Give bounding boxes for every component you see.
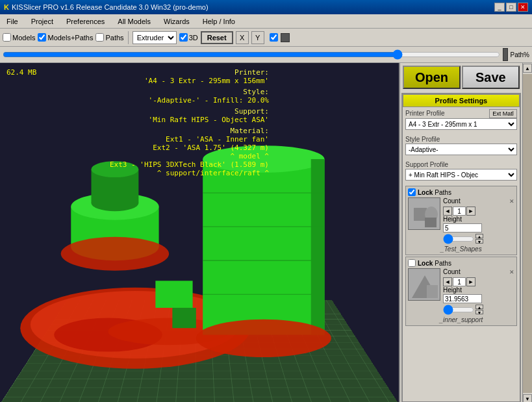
shape1-count-value: 1: [453, 207, 466, 216]
shape1-controls: Count ✕ ◄ 1 ► Height 5: [443, 197, 514, 244]
shape2-count-value: 1: [453, 277, 466, 286]
shape1-slider-down[interactable]: ▼: [475, 239, 483, 244]
svg-rect-23: [425, 218, 437, 227]
menu-preferences[interactable]: Preferences: [62, 16, 108, 27]
shape2-height-input[interactable]: 31.9563: [443, 294, 482, 303]
shape2-count-row: Count ✕: [443, 268, 514, 275]
maximize-button[interactable]: □: [506, 3, 516, 12]
scroll-down-button[interactable]: ▼: [523, 394, 532, 402]
profile-settings-header: Profile Settings: [403, 94, 520, 107]
models-paths-checkbox[interactable]: [38, 33, 46, 42]
app-title: KISSlicer PRO v1.6 Release Candidate 3.0…: [12, 3, 209, 11]
color-swatch: [281, 33, 290, 42]
svg-rect-20: [172, 308, 196, 328]
x-button[interactable]: X: [236, 31, 249, 44]
scroll-up-button[interactable]: ▲: [523, 64, 532, 73]
shape1-height-input[interactable]: 5: [443, 223, 482, 232]
checkbox-3d-label[interactable]: 3D: [179, 33, 198, 42]
save-button[interactable]: Save: [462, 66, 520, 89]
shape1-count-nav: ◄ 1 ►: [443, 207, 514, 216]
shape-card-2-content: Count ✕ ◄ 1 ► Height 31.9563: [408, 268, 514, 314]
y-button[interactable]: Y: [251, 31, 264, 44]
path-slider-row: Path%: [0, 47, 532, 63]
shape2-count-next[interactable]: ►: [466, 277, 475, 286]
open-button[interactable]: Open: [403, 66, 461, 89]
paths-checkbox-label[interactable]: Paths: [95, 33, 123, 42]
shape1-lock-checkbox[interactable]: [408, 188, 416, 196]
style-line2: '-Adaptive-' - Infill: 20.0%: [110, 96, 269, 105]
style-profile-section: Style Profile -Adaptive-: [403, 134, 520, 159]
close-button[interactable]: ✕: [518, 3, 528, 12]
separator-1: [128, 31, 129, 44]
reset-button[interactable]: Reset: [201, 31, 233, 44]
right-panel: Open Save Profile Settings Printer Profi…: [399, 63, 522, 402]
shape-card-1: Lock Paths Count ✕: [405, 186, 517, 255]
minimize-button[interactable]: _: [494, 3, 505, 12]
shape1-name: _Test_Shapes: [408, 245, 514, 253]
printer-line2: 'A4 - 3 Extr - 295mm x 156mm': [110, 77, 269, 85]
shape1-count-next[interactable]: ►: [466, 207, 475, 216]
shape2-controls: Count ✕ ◄ 1 ► Height 31.9563: [443, 268, 514, 314]
shape2-name: _inner_support: [408, 316, 514, 323]
shape1-slider-up[interactable]: ▲: [475, 234, 483, 238]
shape1-count-prev[interactable]: ◄: [443, 207, 452, 216]
checkbox-3d[interactable]: [179, 33, 188, 42]
top-buttons: Open Save: [400, 63, 522, 92]
shape-card-2-header: Lock Paths: [408, 259, 514, 267]
app-icon: K: [4, 3, 9, 11]
models-paths-checkbox-label[interactable]: Models+Paths: [38, 33, 93, 42]
support-profile-section: Support Profile + Min Raft HIPS - Objec: [403, 159, 520, 184]
shape1-close-x[interactable]: ✕: [509, 198, 514, 205]
shape2-lock-checkbox[interactable]: [408, 259, 416, 267]
extruder-select[interactable]: Extruder: [133, 31, 177, 44]
shape1-height-slider[interactable]: [443, 235, 474, 243]
shape2-close-x[interactable]: ✕: [509, 269, 514, 275]
material-line1: Material:: [110, 127, 269, 135]
svg-rect-25: [427, 285, 438, 298]
svg-point-18: [196, 320, 331, 357]
material-line6: ^ support/interface/raft ^: [110, 169, 269, 177]
toolbar: Models Models+Paths Paths Extruder 3D Re…: [0, 29, 532, 47]
memory-label: 62.4 MB: [6, 68, 36, 77]
material-line2: Ext1 - 'ASA - Inner fan': [110, 135, 269, 144]
shape2-slider-up[interactable]: ▲: [475, 305, 483, 309]
printer-profile-select[interactable]: A4 - 3 Extr - 295mm x 1: [405, 118, 517, 130]
support-line2: 'Min Raft HIPS - Object ASA': [110, 116, 269, 124]
right-scrollbar[interactable]: ▲ ▼: [522, 63, 532, 402]
shape2-count-prev[interactable]: ◄: [443, 277, 452, 286]
material-line4: ^ model ^: [110, 152, 269, 160]
right-panel-wrapper: Open Save Profile Settings Printer Profi…: [399, 63, 532, 402]
style-line1: Style:: [110, 88, 269, 96]
menu-bar: File Project Preferences All Models Wiza…: [0, 14, 532, 29]
shape2-slider-down[interactable]: ▼: [475, 310, 483, 314]
shape-card-1-header: Lock Paths: [408, 188, 514, 196]
support-line1: Support:: [110, 107, 269, 116]
svg-rect-13: [311, 159, 325, 335]
path-slider[interactable]: [3, 50, 500, 59]
models-checkbox[interactable]: [3, 33, 11, 42]
menu-wizards[interactable]: Wizards: [160, 16, 194, 27]
menu-project[interactable]: Project: [27, 16, 57, 27]
ext-matl-button[interactable]: Ext Matl: [489, 109, 517, 118]
models-checkbox-label[interactable]: Models: [3, 33, 35, 42]
support-profile-select[interactable]: + Min Raft HIPS - Objec: [405, 169, 517, 181]
svg-point-10: [61, 237, 170, 271]
printer-line1: Printer:: [110, 68, 269, 77]
menu-help[interactable]: Help / Info: [199, 16, 239, 27]
support-profile-row: + Min Raft HIPS - Objec: [405, 169, 517, 182]
path-slider-handle[interactable]: [503, 48, 508, 61]
shape2-count-nav: ◄ 1 ►: [443, 277, 514, 286]
material-line5: Ext3 - 'HIPS 3DXTech Black' (1.589 m): [110, 160, 269, 169]
path-checkbox[interactable]: [270, 33, 278, 42]
menu-file[interactable]: File: [3, 16, 22, 27]
support-profile-label: Support Profile: [405, 161, 517, 168]
shape2-height-label: Height: [443, 286, 514, 294]
style-profile-select[interactable]: -Adaptive-: [405, 144, 517, 155]
paths-checkbox[interactable]: [95, 33, 104, 42]
menu-all-models[interactable]: All Models: [114, 16, 155, 27]
scroll-track: [523, 74, 532, 393]
shape1-count-row: Count ✕: [443, 197, 514, 205]
viewport[interactable]: 62.4 MB Printer: 'A4 - 3 Extr - 295mm x …: [0, 63, 399, 402]
shape1-height-label: Height: [443, 216, 514, 223]
shape2-height-slider[interactable]: [443, 306, 474, 314]
